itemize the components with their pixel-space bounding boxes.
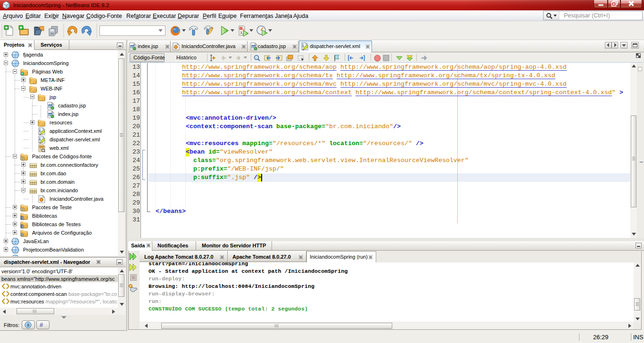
svg-text:a: a <box>27 322 30 327</box>
svg-text:3: 3 <box>240 31 242 35</box>
